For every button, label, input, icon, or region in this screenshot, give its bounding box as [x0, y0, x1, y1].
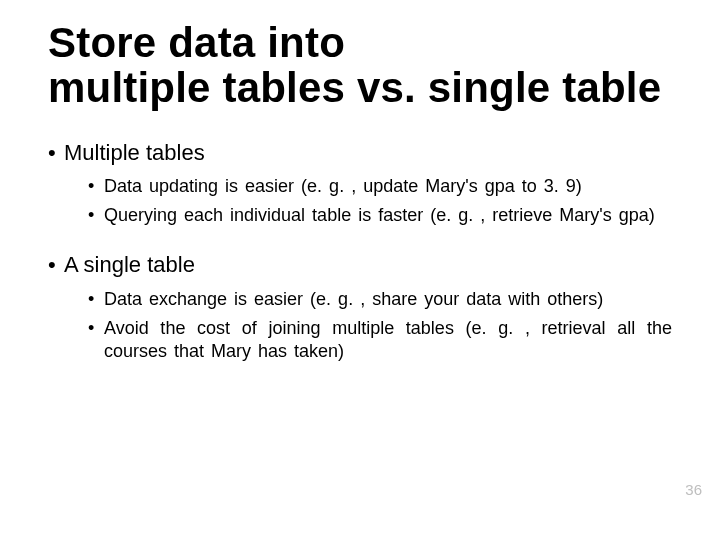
- title-line-2: multiple tables vs. single table: [48, 64, 661, 111]
- page-number: 36: [685, 481, 702, 498]
- list-item: Multiple tables Data updating is easier …: [48, 139, 672, 228]
- bullet-list-level-1: Multiple tables Data updating is easier …: [48, 139, 672, 363]
- list-item: Data updating is easier (e. g. , update …: [88, 175, 672, 198]
- list-item: Querying each individual table is faster…: [88, 204, 672, 227]
- section-heading: Multiple tables: [64, 140, 205, 165]
- title-line-1: Store data into: [48, 19, 345, 66]
- bullet-list-level-2: Data updating is easier (e. g. , update …: [64, 175, 672, 227]
- list-item: Avoid the cost of joining multiple table…: [88, 317, 672, 363]
- bullet-list-level-2: Data exchange is easier (e. g. , share y…: [64, 288, 672, 363]
- slide-title: Store data into multiple tables vs. sing…: [48, 20, 672, 111]
- section-heading: A single table: [64, 252, 195, 277]
- list-item: A single table Data exchange is easier (…: [48, 251, 672, 363]
- list-item: Data exchange is easier (e. g. , share y…: [88, 288, 672, 311]
